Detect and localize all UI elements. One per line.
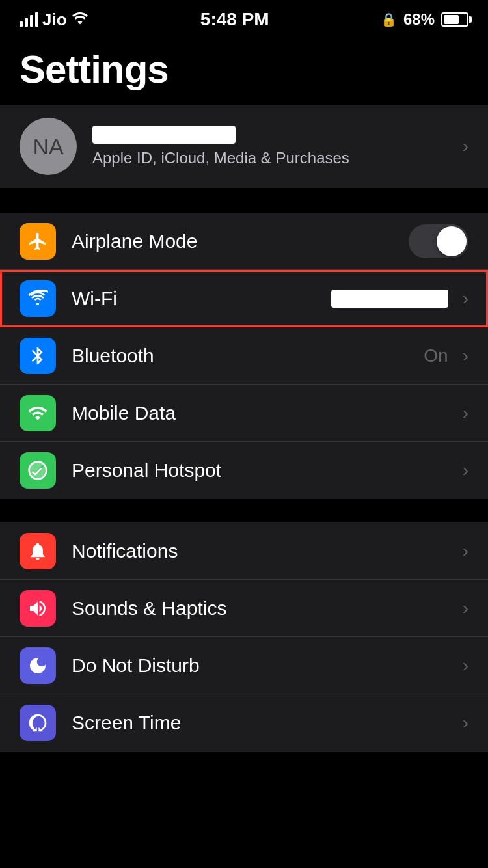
carrier-label: Jio — [42, 10, 67, 30]
avatar-initials: NA — [33, 134, 63, 159]
airplane-mode-label: Airplane Mode — [72, 230, 409, 252]
lock-icon: 🔒 — [381, 12, 397, 27]
airplane-mode-toggle[interactable] — [409, 224, 468, 258]
screen-time-chevron-icon: › — [463, 712, 468, 733]
notifications-chevron-icon: › — [463, 541, 468, 562]
mobile-data-row[interactable]: Mobile Data › — [0, 385, 488, 442]
profile-chevron-icon: › — [463, 136, 468, 157]
status-right: 🔒 68% — [381, 10, 468, 29]
bluetooth-row-icon — [20, 338, 56, 374]
airplane-mode-icon — [20, 223, 56, 260]
section-gap-1 — [0, 189, 488, 213]
toggle-knob — [437, 226, 467, 256]
wifi-chevron-icon: › — [463, 288, 468, 309]
battery-fill — [444, 15, 459, 24]
notifications-icon — [20, 533, 56, 569]
bluetooth-value: On — [424, 346, 448, 366]
section-gap-2 — [0, 499, 488, 522]
status-left: Jio — [20, 10, 89, 30]
status-time: 5:48 PM — [200, 9, 269, 30]
personal-hotspot-row[interactable]: Personal Hotspot › — [0, 442, 488, 499]
mobile-data-label: Mobile Data — [72, 402, 456, 424]
bluetooth-row[interactable]: Bluetooth On › — [0, 327, 488, 385]
wifi-row-icon — [20, 280, 56, 317]
sounds-icon — [20, 590, 56, 627]
bluetooth-label: Bluetooth — [72, 345, 424, 367]
screen-time-row[interactable]: Screen Time › — [0, 694, 488, 752]
profile-name-redacted — [92, 126, 236, 144]
do-not-disturb-row[interactable]: Do Not Disturb › — [0, 637, 488, 694]
do-not-disturb-chevron-icon: › — [463, 655, 468, 676]
page-title: Settings — [20, 47, 468, 92]
signal-bars-icon — [20, 12, 38, 27]
profile-info: Apple ID, iCloud, Media & Purchases — [92, 126, 456, 167]
screen-time-label: Screen Time — [72, 712, 456, 734]
profile-section: NA Apple ID, iCloud, Media & Purchases › — [0, 105, 488, 188]
profile-subtitle: Apple ID, iCloud, Media & Purchases — [92, 149, 456, 167]
mobile-data-icon — [20, 395, 56, 431]
battery-percent: 68% — [403, 10, 435, 29]
mobile-data-chevron-icon: › — [463, 403, 468, 424]
wifi-status-icon — [71, 10, 89, 29]
battery-icon — [441, 12, 468, 27]
personal-hotspot-label: Personal Hotspot — [72, 459, 456, 481]
do-not-disturb-icon — [20, 647, 56, 684]
bluetooth-chevron-icon: › — [463, 346, 468, 366]
notifications-label: Notifications — [72, 540, 456, 562]
svg-point-0 — [36, 303, 39, 305]
page-title-section: Settings — [0, 35, 488, 105]
notifications-row[interactable]: Notifications › — [0, 522, 488, 580]
sounds-chevron-icon: › — [463, 598, 468, 619]
do-not-disturb-label: Do Not Disturb — [72, 655, 456, 677]
system-group: Notifications › Sounds & Haptics › Do No… — [0, 522, 488, 752]
profile-row[interactable]: NA Apple ID, iCloud, Media & Purchases › — [0, 105, 488, 188]
sounds-row[interactable]: Sounds & Haptics › — [0, 580, 488, 637]
status-bar: Jio 5:48 PM 🔒 68% — [0, 0, 488, 35]
avatar: NA — [20, 118, 77, 175]
personal-hotspot-chevron-icon: › — [463, 460, 468, 481]
personal-hotspot-icon — [20, 452, 56, 489]
airplane-mode-row[interactable]: Airplane Mode — [0, 213, 488, 270]
sounds-label: Sounds & Haptics — [72, 597, 456, 619]
wifi-label: Wi-Fi — [72, 288, 331, 310]
connectivity-group: Airplane Mode Wi-Fi › Bluetooth On › — [0, 213, 488, 499]
screen-time-icon — [20, 705, 56, 741]
wifi-row[interactable]: Wi-Fi › — [0, 270, 488, 327]
wifi-network-name-redacted — [331, 290, 448, 308]
